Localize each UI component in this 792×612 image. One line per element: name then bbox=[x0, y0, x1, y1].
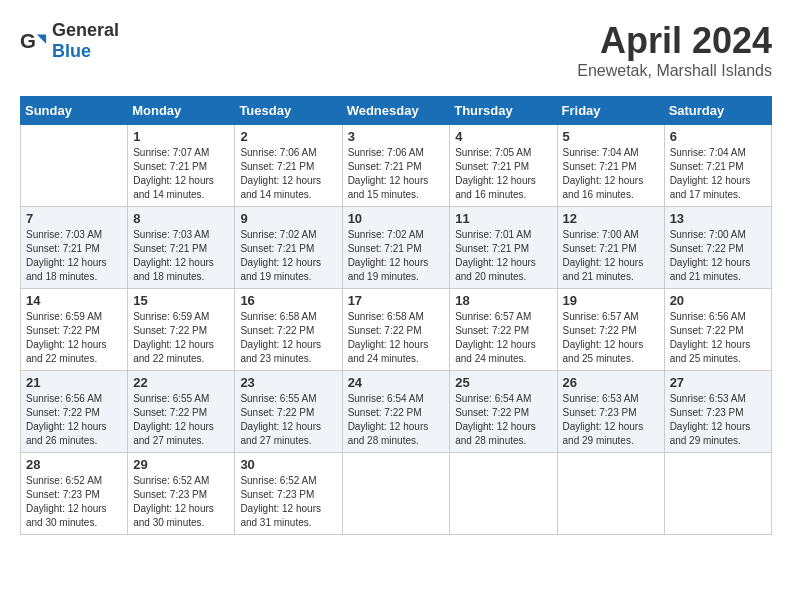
day-detail: Sunrise: 7:05 AMSunset: 7:21 PMDaylight:… bbox=[455, 146, 551, 202]
header-day-monday: Monday bbox=[128, 97, 235, 125]
day-detail: Sunrise: 6:59 AMSunset: 7:22 PMDaylight:… bbox=[133, 310, 229, 366]
day-detail: Sunrise: 6:57 AMSunset: 7:22 PMDaylight:… bbox=[455, 310, 551, 366]
day-number: 8 bbox=[133, 211, 229, 226]
day-detail: Sunrise: 7:02 AMSunset: 7:21 PMDaylight:… bbox=[240, 228, 336, 284]
calendar-cell: 12Sunrise: 7:00 AMSunset: 7:21 PMDayligh… bbox=[557, 207, 664, 289]
day-detail: Sunrise: 7:00 AMSunset: 7:22 PMDaylight:… bbox=[670, 228, 766, 284]
day-number: 9 bbox=[240, 211, 336, 226]
header-day-saturday: Saturday bbox=[664, 97, 771, 125]
day-detail: Sunrise: 7:06 AMSunset: 7:21 PMDaylight:… bbox=[240, 146, 336, 202]
day-detail: Sunrise: 7:04 AMSunset: 7:21 PMDaylight:… bbox=[563, 146, 659, 202]
day-detail: Sunrise: 7:02 AMSunset: 7:21 PMDaylight:… bbox=[348, 228, 445, 284]
day-number: 25 bbox=[455, 375, 551, 390]
day-number: 15 bbox=[133, 293, 229, 308]
calendar-cell: 6Sunrise: 7:04 AMSunset: 7:21 PMDaylight… bbox=[664, 125, 771, 207]
calendar-cell: 3Sunrise: 7:06 AMSunset: 7:21 PMDaylight… bbox=[342, 125, 450, 207]
day-number: 21 bbox=[26, 375, 122, 390]
day-detail: Sunrise: 6:52 AMSunset: 7:23 PMDaylight:… bbox=[133, 474, 229, 530]
calendar-cell bbox=[450, 453, 557, 535]
calendar-cell: 29Sunrise: 6:52 AMSunset: 7:23 PMDayligh… bbox=[128, 453, 235, 535]
day-number: 26 bbox=[563, 375, 659, 390]
location-title: Enewetak, Marshall Islands bbox=[577, 62, 772, 80]
calendar-cell: 13Sunrise: 7:00 AMSunset: 7:22 PMDayligh… bbox=[664, 207, 771, 289]
day-detail: Sunrise: 6:54 AMSunset: 7:22 PMDaylight:… bbox=[348, 392, 445, 448]
day-detail: Sunrise: 6:58 AMSunset: 7:22 PMDaylight:… bbox=[348, 310, 445, 366]
calendar-cell: 17Sunrise: 6:58 AMSunset: 7:22 PMDayligh… bbox=[342, 289, 450, 371]
calendar-cell: 30Sunrise: 6:52 AMSunset: 7:23 PMDayligh… bbox=[235, 453, 342, 535]
day-number: 24 bbox=[348, 375, 445, 390]
calendar-cell: 4Sunrise: 7:05 AMSunset: 7:21 PMDaylight… bbox=[450, 125, 557, 207]
day-number: 17 bbox=[348, 293, 445, 308]
logo: G General Blue bbox=[20, 20, 119, 62]
header-day-wednesday: Wednesday bbox=[342, 97, 450, 125]
month-title: April 2024 bbox=[577, 20, 772, 62]
calendar-cell: 5Sunrise: 7:04 AMSunset: 7:21 PMDaylight… bbox=[557, 125, 664, 207]
calendar-cell: 24Sunrise: 6:54 AMSunset: 7:22 PMDayligh… bbox=[342, 371, 450, 453]
calendar-cell: 19Sunrise: 6:57 AMSunset: 7:22 PMDayligh… bbox=[557, 289, 664, 371]
day-number: 1 bbox=[133, 129, 229, 144]
day-number: 29 bbox=[133, 457, 229, 472]
day-number: 27 bbox=[670, 375, 766, 390]
calendar-cell: 14Sunrise: 6:59 AMSunset: 7:22 PMDayligh… bbox=[21, 289, 128, 371]
calendar-cell: 20Sunrise: 6:56 AMSunset: 7:22 PMDayligh… bbox=[664, 289, 771, 371]
day-number: 14 bbox=[26, 293, 122, 308]
calendar-cell: 1Sunrise: 7:07 AMSunset: 7:21 PMDaylight… bbox=[128, 125, 235, 207]
calendar-week-row: 14Sunrise: 6:59 AMSunset: 7:22 PMDayligh… bbox=[21, 289, 772, 371]
calendar-cell: 22Sunrise: 6:55 AMSunset: 7:22 PMDayligh… bbox=[128, 371, 235, 453]
day-detail: Sunrise: 6:54 AMSunset: 7:22 PMDaylight:… bbox=[455, 392, 551, 448]
header-day-tuesday: Tuesday bbox=[235, 97, 342, 125]
day-detail: Sunrise: 7:03 AMSunset: 7:21 PMDaylight:… bbox=[26, 228, 122, 284]
day-number: 16 bbox=[240, 293, 336, 308]
day-detail: Sunrise: 6:58 AMSunset: 7:22 PMDaylight:… bbox=[240, 310, 336, 366]
calendar-cell bbox=[21, 125, 128, 207]
page-header: G General Blue April 2024 Enewetak, Mars… bbox=[20, 20, 772, 80]
calendar-cell: 27Sunrise: 6:53 AMSunset: 7:23 PMDayligh… bbox=[664, 371, 771, 453]
day-number: 22 bbox=[133, 375, 229, 390]
calendar-cell: 16Sunrise: 6:58 AMSunset: 7:22 PMDayligh… bbox=[235, 289, 342, 371]
calendar-cell: 9Sunrise: 7:02 AMSunset: 7:21 PMDaylight… bbox=[235, 207, 342, 289]
day-detail: Sunrise: 7:04 AMSunset: 7:21 PMDaylight:… bbox=[670, 146, 766, 202]
calendar-week-row: 28Sunrise: 6:52 AMSunset: 7:23 PMDayligh… bbox=[21, 453, 772, 535]
day-number: 5 bbox=[563, 129, 659, 144]
calendar-week-row: 1Sunrise: 7:07 AMSunset: 7:21 PMDaylight… bbox=[21, 125, 772, 207]
calendar-week-row: 7Sunrise: 7:03 AMSunset: 7:21 PMDaylight… bbox=[21, 207, 772, 289]
calendar-cell: 10Sunrise: 7:02 AMSunset: 7:21 PMDayligh… bbox=[342, 207, 450, 289]
calendar-cell bbox=[557, 453, 664, 535]
day-number: 13 bbox=[670, 211, 766, 226]
day-number: 30 bbox=[240, 457, 336, 472]
calendar-cell: 15Sunrise: 6:59 AMSunset: 7:22 PMDayligh… bbox=[128, 289, 235, 371]
day-number: 6 bbox=[670, 129, 766, 144]
calendar-cell: 11Sunrise: 7:01 AMSunset: 7:21 PMDayligh… bbox=[450, 207, 557, 289]
day-detail: Sunrise: 6:53 AMSunset: 7:23 PMDaylight:… bbox=[670, 392, 766, 448]
calendar-cell: 2Sunrise: 7:06 AMSunset: 7:21 PMDaylight… bbox=[235, 125, 342, 207]
day-detail: Sunrise: 6:52 AMSunset: 7:23 PMDaylight:… bbox=[26, 474, 122, 530]
logo-general-text: General bbox=[52, 20, 119, 40]
calendar-cell: 28Sunrise: 6:52 AMSunset: 7:23 PMDayligh… bbox=[21, 453, 128, 535]
logo-blue-text: Blue bbox=[52, 41, 91, 61]
header-day-friday: Friday bbox=[557, 97, 664, 125]
day-number: 19 bbox=[563, 293, 659, 308]
calendar-header-row: SundayMondayTuesdayWednesdayThursdayFrid… bbox=[21, 97, 772, 125]
day-detail: Sunrise: 6:55 AMSunset: 7:22 PMDaylight:… bbox=[133, 392, 229, 448]
day-number: 28 bbox=[26, 457, 122, 472]
day-detail: Sunrise: 7:06 AMSunset: 7:21 PMDaylight:… bbox=[348, 146, 445, 202]
header-day-sunday: Sunday bbox=[21, 97, 128, 125]
calendar-cell: 7Sunrise: 7:03 AMSunset: 7:21 PMDaylight… bbox=[21, 207, 128, 289]
day-number: 11 bbox=[455, 211, 551, 226]
day-number: 20 bbox=[670, 293, 766, 308]
day-number: 23 bbox=[240, 375, 336, 390]
day-number: 12 bbox=[563, 211, 659, 226]
calendar-cell: 23Sunrise: 6:55 AMSunset: 7:22 PMDayligh… bbox=[235, 371, 342, 453]
day-number: 2 bbox=[240, 129, 336, 144]
day-number: 4 bbox=[455, 129, 551, 144]
title-block: April 2024 Enewetak, Marshall Islands bbox=[577, 20, 772, 80]
logo-icon: G bbox=[20, 27, 48, 55]
calendar-cell bbox=[342, 453, 450, 535]
day-detail: Sunrise: 6:53 AMSunset: 7:23 PMDaylight:… bbox=[563, 392, 659, 448]
day-number: 3 bbox=[348, 129, 445, 144]
day-detail: Sunrise: 7:07 AMSunset: 7:21 PMDaylight:… bbox=[133, 146, 229, 202]
calendar-cell: 18Sunrise: 6:57 AMSunset: 7:22 PMDayligh… bbox=[450, 289, 557, 371]
day-number: 18 bbox=[455, 293, 551, 308]
svg-text:G: G bbox=[20, 29, 36, 52]
calendar-cell: 26Sunrise: 6:53 AMSunset: 7:23 PMDayligh… bbox=[557, 371, 664, 453]
